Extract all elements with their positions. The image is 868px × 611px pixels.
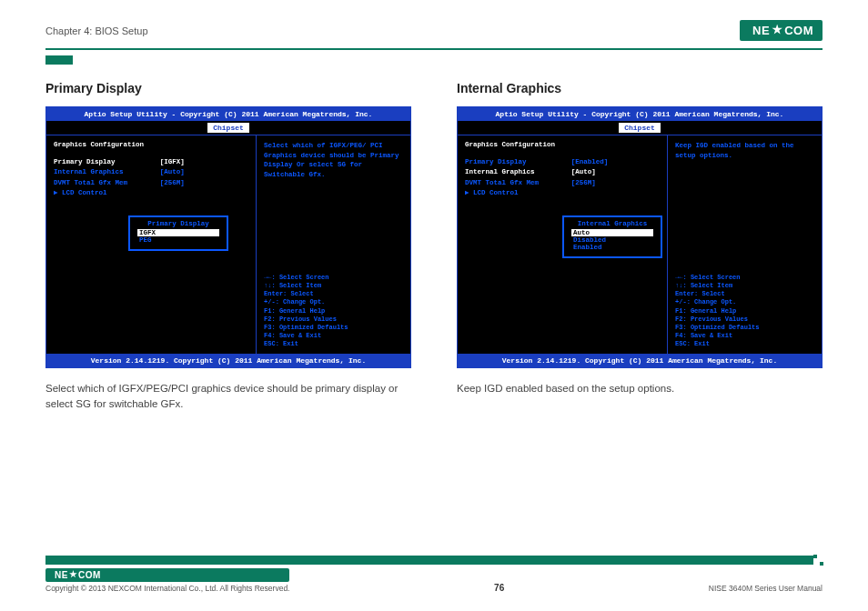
footer-notch-icon xyxy=(813,555,823,566)
right-column: Internal Graphics Aptio Setup Utility - … xyxy=(457,81,823,413)
popup-title: Internal Graphics xyxy=(571,220,653,227)
bios-version-bar: Version 2.14.1219. Copyright (C) 2011 Am… xyxy=(458,354,822,367)
bios-tab-bar: Chipset xyxy=(458,121,822,135)
bios-tab-chipset: Chipset xyxy=(207,123,249,133)
content-area: Primary Display Aptio Setup Utility - Co… xyxy=(0,65,868,413)
cfg-row-internal[interactable]: Internal Graphics[Auto] xyxy=(465,167,660,177)
footer-rule xyxy=(45,556,823,565)
page-number: 76 xyxy=(494,583,504,593)
page-footer: NE COM Copyright © 2013 NEXCOM Internati… xyxy=(0,556,868,611)
popup-option-igfx[interactable]: IGFX xyxy=(137,229,219,236)
key-legend: →←: Select Screen ↑↓: Select Item Enter:… xyxy=(264,274,403,348)
section-caption: Select which of IGFX/PEG/PCI graphics de… xyxy=(45,381,411,413)
bios-screenshot-right: Aptio Setup Utility - Copyright (C) 2011… xyxy=(457,106,823,368)
star-icon xyxy=(69,570,77,578)
section-caption: Keep IGD enabled based on the setup opti… xyxy=(457,381,823,396)
page-header: Chapter 4: BIOS Setup NE COM xyxy=(0,0,868,46)
section-tab-mark xyxy=(45,55,73,65)
key-legend: →←: Select Screen ↑↓: Select Item Enter:… xyxy=(675,274,814,348)
cfg-row-dvmt[interactable]: DVMT Total Gfx Mem[256M] xyxy=(54,178,248,188)
cfg-row-primary[interactable]: Primary Display[IGFX] xyxy=(54,157,248,167)
bios-left-pane: Graphics Configuration Primary Display[E… xyxy=(458,135,668,354)
bios-version-bar: Version 2.14.1219. Copyright (C) 2011 Am… xyxy=(46,354,410,367)
popup-option-auto[interactable]: Auto xyxy=(571,229,653,236)
cfg-row-lcd[interactable]: ▶ LCD Control xyxy=(54,188,248,198)
left-column: Primary Display Aptio Setup Utility - Co… xyxy=(45,81,411,413)
cfg-heading: Graphics Configuration xyxy=(54,141,248,148)
popup-option-disabled[interactable]: Disabled xyxy=(571,236,653,244)
section-title: Internal Graphics xyxy=(457,81,823,95)
bios-title-bar: Aptio Setup Utility - Copyright (C) 2011… xyxy=(458,107,822,121)
footer-logo: NE COM xyxy=(45,568,289,582)
popup-option-peg[interactable]: PEG xyxy=(137,236,219,244)
popup-option-enabled[interactable]: Enabled xyxy=(571,244,653,251)
bios-title-bar: Aptio Setup Utility - Copyright (C) 2011… xyxy=(46,107,410,121)
bios-tab-chipset: Chipset xyxy=(619,123,661,133)
chapter-title: Chapter 4: BIOS Setup xyxy=(45,25,148,36)
bios-screenshot-left: Aptio Setup Utility - Copyright (C) 2011… xyxy=(45,106,411,368)
section-title: Primary Display xyxy=(45,81,411,95)
cfg-row-internal[interactable]: Internal Graphics[Auto] xyxy=(54,167,248,177)
header-rule xyxy=(45,48,823,50)
manual-title: NISE 3640M Series User Manual xyxy=(709,584,823,593)
cfg-row-dvmt[interactable]: DVMT Total Gfx Mem[256M] xyxy=(465,178,660,188)
help-text: Select which of IGFX/PEG/ PCI Graphics d… xyxy=(264,141,403,179)
bios-left-pane: Graphics Configuration Primary Display[I… xyxy=(46,135,257,354)
cfg-row-lcd[interactable]: ▶ LCD Control xyxy=(465,188,660,198)
bios-tab-bar: Chipset xyxy=(46,121,410,135)
bios-right-pane: Select which of IGFX/PEG/ PCI Graphics d… xyxy=(257,135,410,354)
bios-popup: Internal Graphics Auto Disabled Enabled xyxy=(562,215,662,258)
bios-popup: Primary Display IGFX PEG xyxy=(128,215,228,251)
brand-logo: NE COM xyxy=(740,20,823,41)
star-icon xyxy=(772,25,782,35)
cfg-heading: Graphics Configuration xyxy=(465,141,660,148)
bios-right-pane: Keep IGD enabled based on the setup opti… xyxy=(668,135,822,354)
popup-title: Primary Display xyxy=(137,220,219,227)
cfg-row-primary[interactable]: Primary Display[Enabled] xyxy=(465,157,660,167)
help-text: Keep IGD enabled based on the setup opti… xyxy=(675,141,814,160)
copyright-text: Copyright © 2013 NEXCOM International Co… xyxy=(45,584,289,593)
